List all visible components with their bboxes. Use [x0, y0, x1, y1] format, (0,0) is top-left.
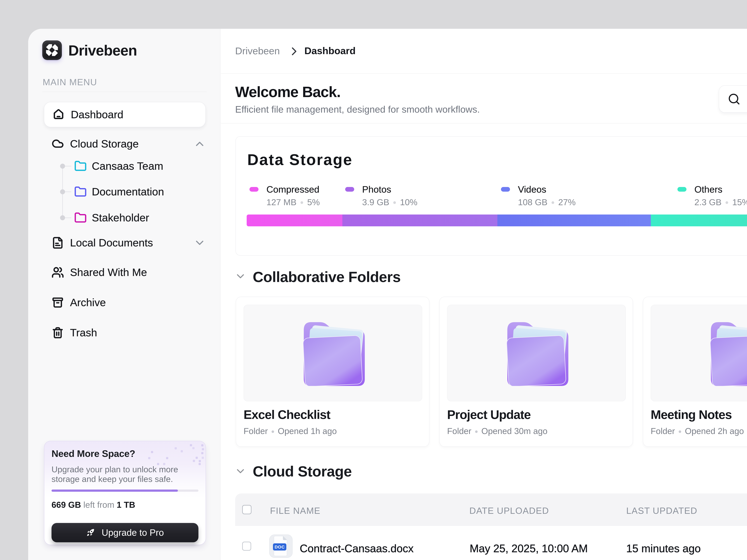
svg-text:DOC: DOC — [275, 544, 285, 550]
